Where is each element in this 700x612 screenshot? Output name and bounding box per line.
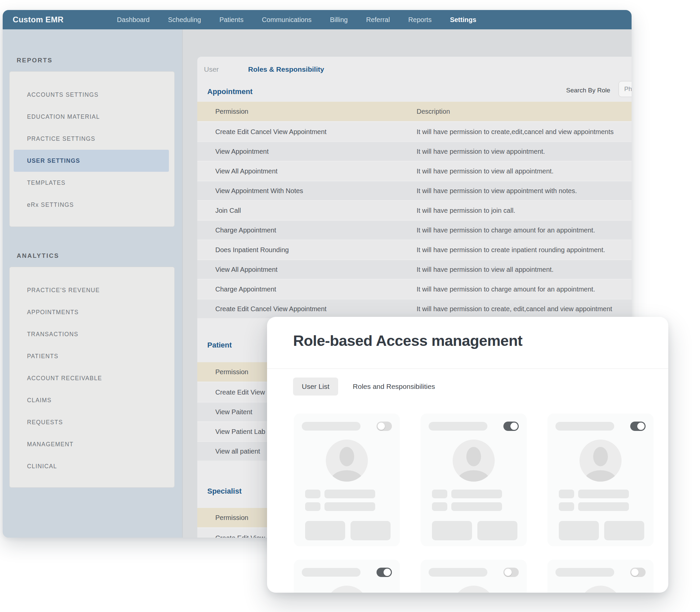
nav-item[interactable]: Dashboard xyxy=(117,16,150,24)
detail-placeholder-long xyxy=(451,502,502,511)
sidebar-item[interactable]: TEMPLATES xyxy=(14,172,169,194)
description-cell: It will have permission to view all appo… xyxy=(417,266,632,274)
table-row: View All Appointment It will have permis… xyxy=(197,162,632,180)
user-placeholder-card xyxy=(548,560,654,593)
toggle-knob xyxy=(637,422,645,430)
search-by-role-input[interactable] xyxy=(619,81,632,97)
sidebar-item[interactable]: ACCOUNT RECEIVABLE xyxy=(14,367,169,389)
permission-cell: Create Edit Cancel View Appointment xyxy=(197,128,417,136)
toggle-knob xyxy=(383,569,391,576)
section-heading-appointment: Appointment xyxy=(207,87,253,96)
settings-tab[interactable]: Roles & Responsibility xyxy=(248,65,324,73)
settings-tab[interactable]: User xyxy=(204,65,219,73)
sidebar-item[interactable]: CLINICAL xyxy=(14,455,169,477)
dialog-divider xyxy=(267,368,668,369)
sidebar-item[interactable]: USER SETTINGS xyxy=(14,150,169,172)
sidebar-analytics-panel: PRACTICE'S REVENUE APPOINTMENTS TRANSACT… xyxy=(9,267,175,488)
detail-placeholder-short xyxy=(305,502,321,511)
nav-item[interactable]: Patients xyxy=(219,16,243,24)
detail-placeholder-short xyxy=(559,490,574,498)
table-row: Charge Appointment It will have permissi… xyxy=(197,221,632,239)
avatar xyxy=(453,586,495,593)
sidebar-item[interactable]: CLAIMS xyxy=(14,389,169,411)
dialog-tab[interactable]: User List xyxy=(293,377,338,395)
user-active-toggle[interactable] xyxy=(503,568,519,577)
user-active-toggle[interactable] xyxy=(377,568,392,577)
table-header-row: Permission Description xyxy=(197,102,632,121)
table-row: Charge Appointment It will have permissi… xyxy=(197,280,632,298)
sidebar-item[interactable]: MANAGEMENT xyxy=(14,433,169,455)
description-cell: It will have permission to create, edit,… xyxy=(417,305,632,313)
action-button-placeholder[interactable] xyxy=(604,521,644,540)
nav-item[interactable]: Settings xyxy=(450,16,476,24)
avatar xyxy=(453,440,495,482)
user-placeholder-card xyxy=(294,560,400,593)
nav-item[interactable]: Communications xyxy=(262,16,311,24)
appointment-rows: Create Edit Cancel View Appointment It w… xyxy=(197,122,632,318)
detail-placeholder-long xyxy=(324,490,375,498)
avatar-shoulders-icon xyxy=(331,470,363,482)
action-button-placeholder[interactable] xyxy=(559,521,599,540)
permission-cell: View Appointment With Notes xyxy=(197,187,417,195)
detail-placeholder-long xyxy=(451,490,502,498)
name-placeholder-bar xyxy=(302,422,361,431)
sidebar-section-reports-title: REPORTS xyxy=(17,57,53,64)
avatar-shoulders-icon xyxy=(584,470,617,482)
name-placeholder-bar xyxy=(429,422,487,431)
user-active-toggle[interactable] xyxy=(377,421,392,431)
detail-placeholder-short xyxy=(305,490,321,498)
dialog-tab[interactable]: Roles and Responsibilities xyxy=(353,382,435,391)
avatar xyxy=(579,440,621,482)
action-button-placeholder[interactable] xyxy=(350,521,391,540)
table-row: Create Edit Cancel View Appointment It w… xyxy=(197,122,632,141)
role-access-dialog: Role-based Access management User List R… xyxy=(267,317,668,593)
section-heading-specialist: Specialist xyxy=(207,487,242,496)
user-placeholder-card xyxy=(421,560,527,593)
nav-item[interactable]: Referral xyxy=(366,16,390,24)
name-placeholder-bar xyxy=(555,422,614,431)
toggle-knob xyxy=(378,422,385,430)
detail-placeholder-long xyxy=(324,502,375,511)
column-header-description: Description xyxy=(417,108,632,115)
action-button-placeholder[interactable] xyxy=(477,521,517,540)
description-cell: It will have permission to charge amount… xyxy=(417,226,632,234)
permission-cell: Charge Appointment xyxy=(197,226,417,234)
name-placeholder-bar xyxy=(429,568,487,576)
user-active-toggle[interactable] xyxy=(630,568,646,577)
toggle-knob xyxy=(510,422,518,430)
table-row: View Appointment It will have permission… xyxy=(197,142,632,161)
detail-placeholder-short xyxy=(432,502,447,511)
table-row: View Appointment With Notes It will have… xyxy=(197,181,632,200)
nav-item[interactable]: Reports xyxy=(408,16,432,24)
sidebar-item[interactable]: EDUCATION MATERIAL xyxy=(14,106,169,128)
nav-item[interactable]: Scheduling xyxy=(168,16,201,24)
avatar-head-icon xyxy=(339,447,354,466)
section-heading-patient: Patient xyxy=(207,341,232,349)
avatar xyxy=(326,586,368,593)
nav-menu: Dashboard Scheduling Patients Communicat… xyxy=(117,16,476,24)
sidebar-item[interactable]: PATIENTS xyxy=(14,345,169,367)
description-cell: It will have permission to create,edit,c… xyxy=(417,128,632,136)
nav-item[interactable]: Billing xyxy=(330,16,348,24)
detail-placeholder-long xyxy=(578,490,629,498)
sidebar-item[interactable]: PRACTICE'S REVENUE xyxy=(14,279,169,301)
action-button-placeholder[interactable] xyxy=(305,521,345,540)
user-placeholder-card xyxy=(548,414,654,546)
avatar xyxy=(579,586,621,593)
description-cell: It will have permission to join call. xyxy=(417,207,632,214)
detail-placeholder-short xyxy=(432,490,447,498)
sidebar-item[interactable]: REQUESTS xyxy=(14,411,169,433)
sidebar-item[interactable]: APPOINTMENTS xyxy=(14,301,169,323)
avatar-head-icon xyxy=(593,447,608,466)
action-button-placeholder[interactable] xyxy=(432,521,472,540)
user-active-toggle[interactable] xyxy=(503,421,519,431)
detail-placeholder-long xyxy=(578,502,629,511)
sidebar-item[interactable]: ACCOUNTS SETTINGS xyxy=(14,84,169,106)
sidebar-section-analytics-title: ANALYTICS xyxy=(17,252,59,260)
sidebar-item[interactable]: TRANSACTIONS xyxy=(14,323,169,345)
dialog-tabs: User List Roles and Responsibilities xyxy=(293,377,435,395)
user-active-toggle[interactable] xyxy=(630,421,646,431)
sidebar-item[interactable]: eRx SETTINGS xyxy=(14,194,169,216)
appointment-table: Permission Description Create Edit Cance… xyxy=(197,102,632,319)
sidebar-item[interactable]: PRACTICE SETTINGS xyxy=(14,128,169,150)
